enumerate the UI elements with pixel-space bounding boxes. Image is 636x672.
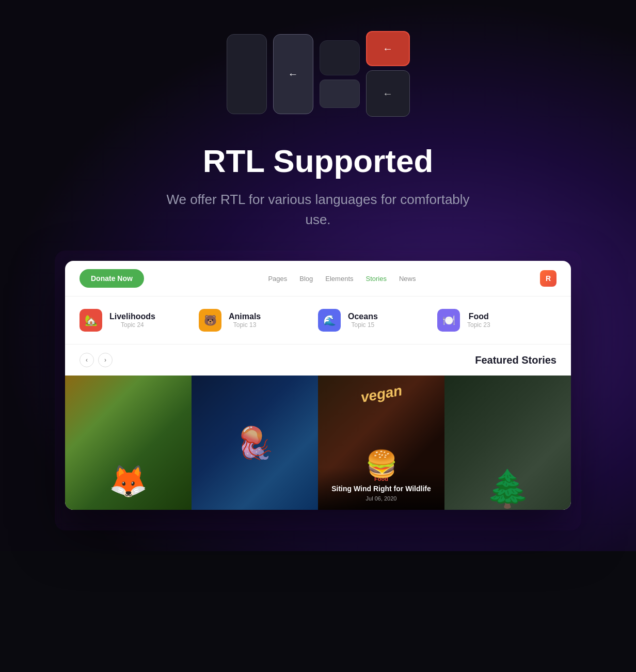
nav-link-news[interactable]: News: [399, 275, 416, 283]
topics-row: 🏡 Livelihoods Topic 24 🐻 Animals Topic 1…: [65, 296, 571, 345]
rtl-card-gray[interactable]: ←: [366, 70, 410, 117]
donate-button[interactable]: Donate Now: [80, 269, 144, 288]
prev-arrow-button[interactable]: ‹: [80, 353, 94, 367]
animals-icon: 🐻: [199, 309, 221, 332]
nav-link-blog[interactable]: Blog: [299, 275, 313, 283]
story-nav-arrows: ‹ ›: [80, 353, 113, 367]
topic-oceans[interactable]: 🌊 Oceans Topic 15: [318, 309, 437, 332]
food-sub: Topic 23: [467, 321, 490, 329]
food-text: Food Topic 23: [467, 312, 490, 329]
rtl-card-red[interactable]: ←: [366, 31, 410, 66]
stories-header: ‹ › Featured Stories: [65, 345, 571, 376]
rtl-card-3: [320, 40, 360, 75]
story-card-fox[interactable]: [65, 376, 192, 510]
livelihoods-sub: Topic 24: [109, 321, 155, 329]
back-arrow-icon: ←: [288, 68, 298, 80]
oceans-icon: 🌊: [318, 309, 341, 332]
image-grid: Food Siting Wind Right for Wildlife Jul …: [65, 376, 571, 510]
food-name: Food: [467, 312, 490, 321]
vegan-card-overlay: Food Siting Wind Right for Wildlife Jul …: [318, 467, 444, 510]
topic-food[interactable]: 🍽️ Food Topic 23: [437, 309, 556, 332]
oceans-name: Oceans: [348, 312, 378, 321]
nav-link-elements[interactable]: Elements: [325, 275, 353, 283]
nav-bar: Donate Now Pages Blog Elements Stories N…: [65, 261, 571, 296]
rtl-card-1: [227, 34, 267, 114]
rtl-cards-middle: [320, 40, 360, 108]
back-arrow-gray-icon: ←: [383, 88, 393, 100]
oceans-text: Oceans Topic 15: [348, 312, 378, 329]
story-card-forest[interactable]: [444, 376, 571, 510]
browser-mockup-wrapper: Donate Now Pages Blog Elements Stories N…: [65, 261, 571, 510]
rtl-cards-display: ← ← ←: [0, 31, 636, 117]
livelihoods-name: Livelihoods: [109, 312, 155, 321]
animals-sub: Topic 13: [229, 321, 261, 329]
vegan-card-category: Food: [326, 476, 436, 482]
rtl-card-2: ←: [273, 34, 313, 114]
animals-text: Animals Topic 13: [229, 312, 261, 329]
back-arrow-red-icon: ←: [383, 43, 393, 55]
topic-livelihoods[interactable]: 🏡 Livelihoods Topic 24: [80, 309, 199, 332]
food-icon: 🍽️: [437, 309, 460, 332]
featured-stories-label: Featured Stories: [475, 354, 556, 366]
page-title: RTL Supported: [0, 143, 636, 179]
nav-links: Pages Blog Elements Stories News: [268, 275, 416, 283]
vegan-card-date: Jul 06, 2020: [326, 495, 436, 502]
story-card-jellyfish[interactable]: [192, 376, 318, 510]
next-arrow-button[interactable]: ›: [98, 353, 113, 367]
livelihoods-icon: 🏡: [80, 309, 102, 332]
story-card-vegan[interactable]: Food Siting Wind Right for Wildlife Jul …: [318, 376, 444, 510]
vegan-card-title: Siting Wind Right for Wildlife: [326, 484, 436, 493]
livelihoods-text: Livelihoods Topic 24: [109, 312, 155, 329]
rtl-card-4: [320, 80, 360, 108]
nav-link-stories[interactable]: Stories: [366, 275, 387, 283]
rtl-cards-right: ← ←: [366, 31, 410, 117]
topic-animals[interactable]: 🐻 Animals Topic 13: [199, 309, 318, 332]
oceans-sub: Topic 15: [348, 321, 378, 329]
page-subtitle: We offer RTL for various languages for c…: [163, 190, 473, 230]
hero-section: ← ← ← RTL Supported We offer RTL for var…: [0, 0, 636, 551]
animals-name: Animals: [229, 312, 261, 321]
browser-mockup: Donate Now Pages Blog Elements Stories N…: [65, 261, 571, 510]
nav-link-pages[interactable]: Pages: [268, 275, 287, 283]
nav-logo: R: [540, 270, 556, 287]
